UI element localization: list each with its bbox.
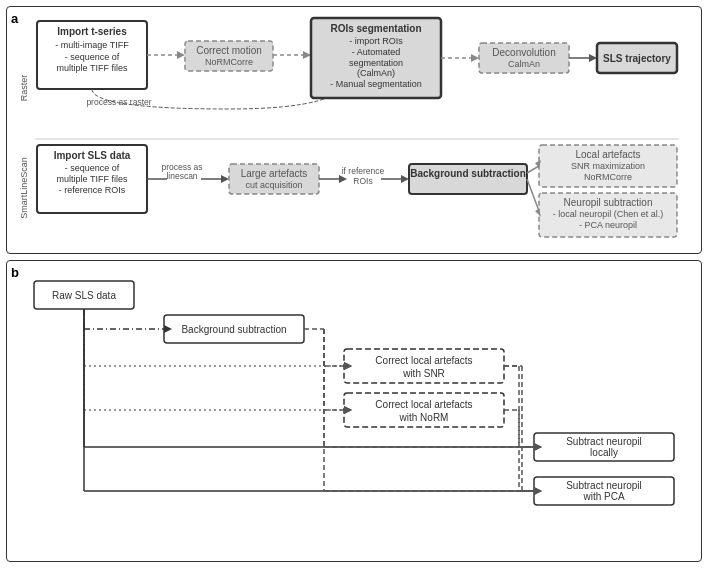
svg-text:- Automated: - Automated: [352, 47, 401, 57]
svg-text:ROIs: ROIs: [353, 176, 372, 186]
svg-text:Correct local artefacts: Correct local artefacts: [375, 399, 472, 410]
svg-text:SNR maximization: SNR maximization: [571, 161, 645, 171]
svg-text:- import ROIs: - import ROIs: [349, 36, 403, 46]
svg-text:- sequence of: - sequence of: [65, 163, 120, 173]
svg-text:Large artefacts: Large artefacts: [241, 168, 308, 179]
svg-text:Deconvolution: Deconvolution: [492, 47, 555, 58]
svg-line-60: [527, 166, 539, 173]
svg-text:(CalmAn): (CalmAn): [357, 68, 395, 78]
panel-a: a Raster SmartLineScan Import t-series -…: [6, 6, 702, 254]
svg-text:with SNR: with SNR: [402, 368, 445, 379]
panel-b-label: b: [11, 265, 19, 280]
raw-sls-label: Raw SLS data: [52, 290, 116, 301]
panel-b-diagram: Raw SLS data Background subtraction Corr…: [15, 271, 693, 531]
svg-text:- local neuropil (Chen et al.): - local neuropil (Chen et al.): [553, 209, 664, 219]
smartlinescan-label: SmartLineScan: [19, 157, 29, 219]
svg-text:Import SLS data: Import SLS data: [54, 150, 131, 161]
bg-sub-label: Background subtraction: [181, 324, 286, 335]
svg-text:CalmAn: CalmAn: [508, 59, 540, 69]
svg-text:Neuropil subtraction: Neuropil subtraction: [564, 197, 653, 208]
svg-text:Local artefacts: Local artefacts: [575, 149, 640, 160]
svg-text:segmentation: segmentation: [349, 58, 403, 68]
svg-text:ROIs segmentation: ROIs segmentation: [330, 23, 421, 34]
panel-b: b Raw SLS data Background subtraction Co…: [6, 260, 702, 562]
svg-text:Background subtraction: Background subtraction: [410, 168, 526, 179]
svg-text:NoRMCorre: NoRMCorre: [205, 57, 253, 67]
main-container: a Raster SmartLineScan Import t-series -…: [0, 0, 708, 568]
svg-text:- PCA neuropil: - PCA neuropil: [579, 220, 637, 230]
svg-text:Import t-series: Import t-series: [57, 26, 127, 37]
svg-text:- reference ROIs: - reference ROIs: [59, 185, 126, 195]
svg-text:linescan: linescan: [166, 171, 197, 181]
svg-marker-40: [221, 175, 229, 183]
svg-text:Correct motion: Correct motion: [196, 45, 262, 56]
svg-text:Subtract neuropil: Subtract neuropil: [566, 480, 642, 491]
svg-text:with PCA: with PCA: [582, 491, 624, 502]
svg-text:- multi-image TIFF: - multi-image TIFF: [55, 40, 129, 50]
raster-label: Raster: [19, 75, 29, 102]
svg-text:if reference: if reference: [342, 166, 385, 176]
svg-marker-49: [401, 175, 409, 183]
svg-text:with NoRM: with NoRM: [399, 412, 449, 423]
panel-a-diagram: Raster SmartLineScan Import t-series - m…: [15, 13, 693, 243]
svg-text:- Manual segmentation: - Manual segmentation: [330, 79, 422, 89]
svg-text:SLS trajectory: SLS trajectory: [603, 53, 671, 64]
svg-text:Correct local artefacts: Correct local artefacts: [375, 355, 472, 366]
svg-line-62: [527, 179, 539, 211]
svg-text:- sequence of: - sequence of: [65, 52, 120, 62]
svg-marker-23: [471, 54, 479, 62]
svg-text:cut acquisition: cut acquisition: [245, 180, 302, 190]
svg-text:Subtract neuropil: Subtract neuropil: [566, 436, 642, 447]
panel-a-label: a: [11, 11, 18, 26]
svg-text:multiple TIFF files: multiple TIFF files: [57, 174, 128, 184]
svg-text:locally: locally: [590, 447, 618, 458]
svg-text:NoRMCorre: NoRMCorre: [584, 172, 632, 182]
svg-text:multiple TIFF files: multiple TIFF files: [57, 63, 128, 73]
svg-marker-7: [177, 51, 185, 59]
svg-marker-45: [339, 175, 347, 183]
